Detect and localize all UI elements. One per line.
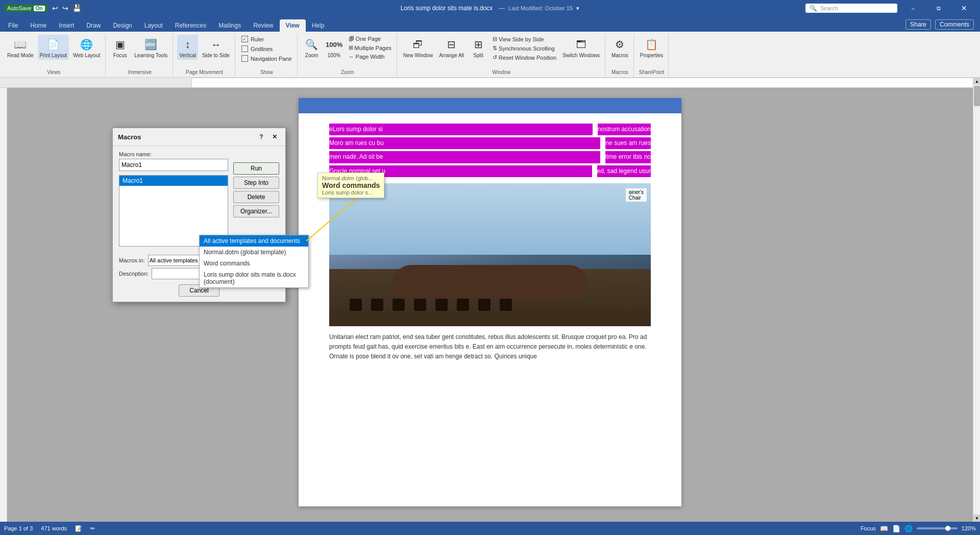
minimize-button[interactable]: – (901, 0, 925, 16)
tab-help[interactable]: Help (306, 19, 331, 32)
dropdown-item-normal[interactable]: Normal.dotm (global template) (200, 247, 308, 258)
page-info: Page 1 of 3 (4, 525, 33, 531)
tab-references[interactable]: References (169, 19, 212, 32)
zoom-button[interactable]: 🔍 Zoom (302, 35, 322, 60)
zoom-icon: 🔍 (304, 36, 320, 53)
print-layout-button[interactable]: 📄 Print Layout (38, 35, 69, 60)
chair (478, 299, 491, 311)
dialog-help-button[interactable]: ? (256, 131, 267, 142)
learning-tools-button[interactable]: 🔤 Learning Tools (132, 35, 169, 60)
dropdown-item-all[interactable]: All active templates and documents (200, 235, 308, 247)
view-side-by-side-button[interactable]: ⊟ View Side by Side (491, 35, 558, 43)
tab-design[interactable]: Design (107, 19, 138, 32)
dropdown-item-document[interactable]: Loris sump dolor sits mate is.docx (docu… (200, 269, 308, 287)
macros-content: ⚙ Macros (609, 35, 630, 68)
properties-button[interactable]: 📋 Properties (638, 35, 666, 60)
ribbon-tabs: File Home Insert Draw Design Layout Refe… (0, 16, 980, 32)
web-layout-button[interactable]: 🌐 Web Layout (71, 35, 102, 60)
tab-mailings[interactable]: Mailings (212, 19, 247, 32)
dropdown-menu[interactable]: All active templates and documents Norma… (199, 235, 309, 288)
zoom-slider[interactable] (917, 527, 958, 529)
macros-in-label: Macros in: (119, 257, 145, 263)
tab-view[interactable]: View (280, 19, 306, 32)
vertical-button[interactable]: ↕ Vertical (177, 35, 198, 60)
highlighted-text-1b: nostrum accusation (598, 124, 651, 135)
scroll-thumb[interactable] (974, 86, 980, 106)
properties-icon: 📋 (644, 36, 660, 53)
vertical-label: Vertical (179, 53, 196, 58)
chair (350, 299, 362, 311)
track-changes-icon[interactable]: ✏ (90, 525, 95, 532)
left-scroll[interactable] (0, 88, 7, 522)
restore-button[interactable]: ⧉ (927, 0, 950, 16)
ruler-label: Ruler (251, 36, 264, 42)
autosave-badge[interactable]: AutoSave On (4, 4, 48, 12)
focus-button[interactable]: ▣ Focus (110, 35, 130, 60)
side-to-side-button[interactable]: ↔ Side to Side (200, 35, 232, 60)
zoom-options: 🗐 One Page ⊞ Multiple Pages ↔ Page Width (347, 35, 394, 61)
tab-draw[interactable]: Draw (80, 19, 107, 32)
tab-insert[interactable]: Insert (53, 19, 80, 32)
dialog-close-button[interactable]: ✕ (269, 131, 280, 142)
gridlines-check-icon (241, 45, 248, 52)
tab-file[interactable]: File (2, 19, 24, 32)
read-mode-button[interactable]: 📖 Read Mode (5, 35, 36, 60)
zoom-thumb[interactable] (945, 526, 950, 531)
gridlines-label: Gridlines (251, 46, 273, 52)
print-layout-label: Print Layout (40, 53, 67, 58)
search-box[interactable]: 🔍 Search (805, 4, 897, 13)
list-item-macro1[interactable]: Macro1 (119, 176, 228, 186)
view-mode-print-icon[interactable]: 📄 (892, 525, 900, 532)
zoom-value-button[interactable]: 100% 100% (324, 35, 345, 60)
page-width-icon: ↔ (349, 54, 354, 60)
one-page-label: One Page (356, 36, 381, 42)
scroll-up-button[interactable]: ▲ (973, 78, 980, 85)
vertical-scrollbar[interactable]: ▲ ▼ (973, 78, 980, 522)
organizer-button[interactable]: Organizer... (233, 205, 279, 217)
one-page-button[interactable]: 🗐 One Page (347, 35, 394, 43)
view-mode-web-icon[interactable]: 🌐 (904, 525, 913, 532)
gridlines-checkbox[interactable]: Gridlines (239, 44, 294, 53)
step-into-button[interactable]: Step Into (233, 177, 279, 189)
zoom-content: 🔍 Zoom 100% 100% 🗐 One Page ⊞ Multiple P… (302, 35, 394, 68)
ruler-checkbox[interactable]: Ruler (239, 35, 294, 43)
page-width-button[interactable]: ↔ Page Width (347, 53, 394, 61)
dropdown-item-word-commands[interactable]: Word commands (200, 258, 308, 269)
new-window-button[interactable]: 🗗 New Window (401, 35, 435, 60)
focus-label[interactable]: Focus (861, 525, 876, 531)
comments-button[interactable]: Comments (935, 19, 974, 30)
redo-icon[interactable]: ↪ (62, 4, 68, 12)
split-button[interactable]: ⊞ Split (468, 35, 488, 60)
sync-scroll-icon: ⇅ (493, 45, 497, 52)
title-left: AutoSave On ↩ ↪ 💾 (4, 4, 81, 12)
arrange-all-button[interactable]: ⊟ Arrange All (437, 35, 466, 60)
reset-window-button[interactable]: ↺ Reset Window Position (491, 53, 558, 62)
proofing-icon[interactable]: 📝 (75, 525, 82, 532)
multiple-pages-button[interactable]: ⊞ Multiple Pages (347, 43, 394, 52)
switch-windows-button[interactable]: 🗔 Switch Windows (560, 35, 602, 60)
undo-icon[interactable]: ↩ (52, 4, 58, 12)
zoom-group-label: Zoom (341, 68, 354, 76)
synchronous-scrolling-button[interactable]: ⇅ Synchronous Scrolling (491, 44, 558, 53)
nav-pane-label: Navigation Pane (251, 56, 292, 62)
tab-home[interactable]: Home (24, 19, 53, 32)
run-button[interactable]: Run (233, 162, 279, 175)
tab-layout[interactable]: Layout (138, 19, 169, 32)
view-mode-read-icon[interactable]: 📖 (880, 525, 888, 532)
quick-save-icon[interactable]: 💾 (72, 4, 81, 12)
chair (414, 299, 426, 311)
macros-button[interactable]: ⚙ Macros (609, 35, 630, 60)
ribbon-group-views: 📖 Read Mode 📄 Print Layout 🌐 Web Layout … (2, 34, 106, 77)
nav-pane-checkbox[interactable]: Navigation Pane (239, 54, 294, 63)
close-button[interactable]: ✕ (952, 0, 976, 16)
macro-name-input[interactable] (119, 159, 228, 171)
share-button[interactable]: Share (905, 19, 931, 30)
learning-tools-label: Learning Tools (134, 53, 167, 58)
autosave-toggle[interactable]: On (34, 6, 45, 11)
show-checkboxes: Ruler Gridlines Navigation Pane (239, 35, 294, 63)
sharepoint-content: 📋 Properties (638, 35, 666, 68)
delete-button[interactable]: Delete (233, 191, 279, 203)
zoom-percent[interactable]: 120% (962, 525, 976, 531)
scroll-down-button[interactable]: ▼ (973, 515, 980, 522)
tab-review[interactable]: Review (247, 19, 279, 32)
